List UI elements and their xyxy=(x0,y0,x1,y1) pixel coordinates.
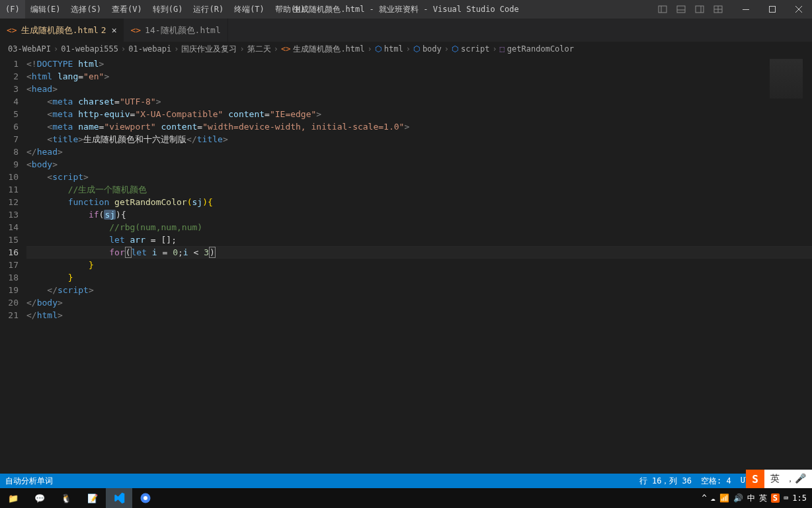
menu-file[interactable]: (F) xyxy=(0,0,25,19)
line-gutter: 123456789101112131415161718192021 xyxy=(0,56,26,474)
tray-time[interactable]: 1:5 xyxy=(792,493,807,503)
bc-folder[interactable]: 第二天 xyxy=(247,44,271,55)
close-button[interactable] xyxy=(786,0,812,19)
system-tray: ^ ☁ 📶 🔊 中 英 S ⌨ 1:5 xyxy=(702,493,812,504)
title-right xyxy=(653,0,812,19)
tab-label: 生成随机颜色.html xyxy=(21,24,99,36)
vscode-icon[interactable] xyxy=(106,488,132,508)
menu-go[interactable]: 转到(G) xyxy=(147,0,188,19)
tray-ime-en[interactable]: 英 xyxy=(759,493,767,504)
svg-rect-4 xyxy=(696,6,704,13)
bc-folder[interactable]: 国庆作业及复习 xyxy=(181,44,237,55)
window-title: 生成随机颜色.html - 就业班资料 - Visual Studio Code xyxy=(293,4,519,15)
bc-symbol[interactable]: ⬡script xyxy=(452,44,489,54)
editor-area[interactable]: 123456789101112131415161718192021 <!DOCT… xyxy=(0,56,812,474)
layout-icon[interactable] xyxy=(709,0,727,19)
notepad-icon[interactable]: 📝 xyxy=(79,488,106,508)
svg-rect-0 xyxy=(659,6,667,13)
tray-volume-icon[interactable]: 🔊 xyxy=(733,493,743,503)
panel-right-icon[interactable] xyxy=(690,0,709,19)
status-cursor-pos[interactable]: 行 16，列 36 xyxy=(639,476,692,487)
ime-popup[interactable]: S 英 ，🎤 xyxy=(746,470,812,488)
tray-network-icon[interactable]: 📶 xyxy=(719,493,729,503)
svg-rect-2 xyxy=(677,6,685,13)
tray-keyboard-icon[interactable]: ⌨ xyxy=(784,493,788,503)
svg-point-14 xyxy=(143,496,147,500)
minimize-button[interactable] xyxy=(733,0,759,19)
bc-folder[interactable]: 03-WebAPI xyxy=(8,44,51,54)
title-bar: (F) 编辑(E) 选择(S) 查看(V) 转到(G) 运行(R) 终端(T) … xyxy=(0,0,812,19)
maximize-button[interactable] xyxy=(759,0,786,19)
tray-sogou-icon[interactable]: S xyxy=(771,493,780,503)
html-file-icon: <> xyxy=(7,25,17,35)
sogou-logo-icon: S xyxy=(746,470,764,488)
breadcrumb: 03-WebAPI› 01-webapi555› 01-webapi› 国庆作业… xyxy=(0,42,812,56)
menu-bar: (F) 编辑(E) 选择(S) 查看(V) 转到(G) 运行(R) 终端(T) … xyxy=(0,0,311,19)
status-left[interactable]: 自动分析单词 xyxy=(5,476,53,487)
editor-tabs: <> 生成随机颜色.html 2 ✕ <> 14-随机颜色.html xyxy=(0,19,812,42)
windows-taskbar: 📁 💬 🐧 📝 ^ ☁ 📶 🔊 中 英 S ⌨ 1:5 xyxy=(0,488,812,508)
svg-rect-10 xyxy=(770,7,776,13)
status-indent[interactable]: 空格: 4 xyxy=(701,476,731,487)
bc-file[interactable]: <>生成随机颜色.html xyxy=(281,44,365,55)
tab-label: 14-随机颜色.html xyxy=(145,24,221,36)
menu-run[interactable]: 运行(R) xyxy=(188,0,229,19)
file-explorer-icon[interactable]: 📁 xyxy=(0,488,26,508)
code-content[interactable]: <!DOCTYPE html> <html lang="en"> <head> … xyxy=(26,56,812,474)
tray-chevron-icon[interactable]: ^ xyxy=(702,493,706,503)
bc-symbol[interactable]: ⬡body xyxy=(413,44,442,54)
tab-modified-count: 2 xyxy=(101,25,106,35)
bc-symbol[interactable]: ⬡html xyxy=(375,44,403,54)
bc-folder[interactable]: 01-webapi555 xyxy=(61,44,118,54)
panel-bottom-icon[interactable] xyxy=(672,0,690,19)
svg-rect-9 xyxy=(743,9,749,10)
tray-onedrive-icon[interactable]: ☁ xyxy=(711,493,715,503)
chrome-icon[interactable] xyxy=(132,488,159,508)
tab-active[interactable]: <> 生成随机颜色.html 2 ✕ xyxy=(0,19,124,42)
panel-left-icon[interactable] xyxy=(653,0,672,19)
bc-function[interactable]: ⬚getRandomColor xyxy=(500,44,574,54)
html-file-icon: <> xyxy=(130,25,141,35)
qq-icon[interactable]: 🐧 xyxy=(53,488,79,508)
tray-ime-zh[interactable]: 中 xyxy=(747,493,755,504)
bc-folder[interactable]: 01-webapi xyxy=(128,44,171,54)
menu-view[interactable]: 查看(V) xyxy=(106,0,147,19)
minimap[interactable] xyxy=(770,59,803,99)
wechat-icon[interactable]: 💬 xyxy=(26,488,53,508)
menu-terminal[interactable]: 终端(T) xyxy=(229,0,270,19)
ime-mode: 英 ，🎤 xyxy=(764,473,812,485)
close-icon[interactable]: ✕ xyxy=(112,25,117,35)
menu-selection[interactable]: 选择(S) xyxy=(65,0,106,19)
status-bar: 自动分析单词 行 16，列 36 空格: 4 UTF-8 CRLF H xyxy=(0,474,812,488)
tab[interactable]: <> 14-随机颜色.html xyxy=(124,19,227,42)
menu-edit[interactable]: 编辑(E) xyxy=(25,0,66,19)
